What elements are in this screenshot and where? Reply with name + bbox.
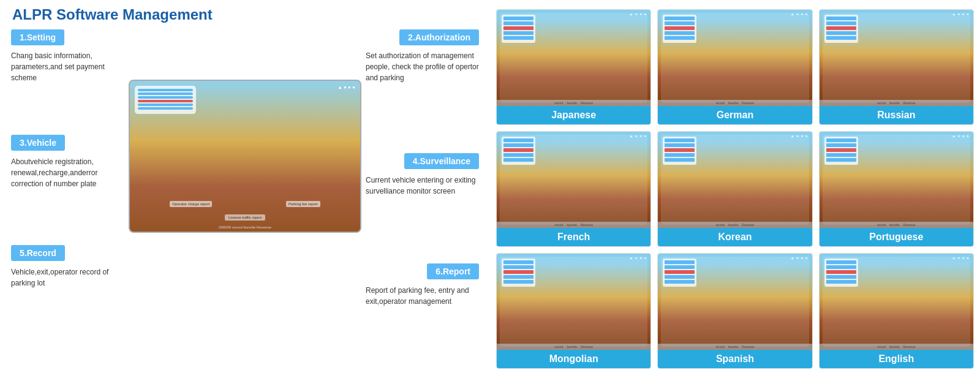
feature-surveillance: 4.Surveillance [404, 153, 479, 172]
lang-menu-4 [665, 153, 695, 157]
lang-screenshot-japanese: ▲ ● ● ● record favorite Revenue [497, 10, 650, 106]
lang-footer-mongolian: record favorite Revenue [497, 344, 650, 350]
feature-label-authorization: 2.Authorization [399, 29, 479, 45]
screenshot-center-label: License traffic report [225, 214, 265, 221]
lang-footer-japanese: record favorite Revenue [497, 100, 650, 106]
menu-item-4 [138, 100, 193, 102]
lang-menu-4 [826, 275, 856, 279]
menu-item-6 [138, 107, 193, 110]
lang-screenshot-portuguese: ▲ ● ● ● record favorite Revenue [820, 132, 973, 228]
lang-menu-3 [503, 26, 533, 30]
ss-label-1: Operator charge report [170, 201, 212, 207]
lang-menu-1 [665, 260, 695, 264]
lang-footer-korean: record favorite Revenue [658, 222, 812, 228]
lang-sidebar-korean [663, 137, 696, 165]
lang-menu-1 [826, 260, 856, 264]
feature-record: 5.Record [11, 245, 65, 263]
feature-label-setting: 1.Setting [11, 29, 64, 45]
lang-card-mongolian: ▲ ● ● ● record favorite Revenue Mongolia… [496, 253, 651, 369]
lang-label-portuguese: Portuguese [820, 228, 973, 246]
lang-menu-4 [665, 275, 695, 279]
main-title: ALPR Software Management [12, 6, 478, 23]
screenshot-sidebar [135, 86, 196, 114]
lang-menu-4 [503, 275, 533, 279]
lang-sidebar-portuguese [824, 137, 858, 165]
lang-menu-2 [503, 143, 533, 147]
lang-menu-4 [826, 153, 856, 157]
feature-desc-setting: Chang basic information, parameters,and … [11, 50, 124, 88]
lang-menu-1 [826, 138, 856, 142]
lang-menu-2 [503, 21, 533, 25]
lang-label-mongolian: Mongolian [497, 350, 650, 368]
lang-label-korean: Korean [658, 228, 812, 246]
lang-footer-portuguese: record favorite Revenue [820, 222, 973, 228]
lang-label-german: German [658, 106, 812, 124]
lang-screenshot-english: ▲ ● ● ● record favorite Revenue [820, 254, 973, 350]
lang-sidebar-mongolian [502, 259, 535, 287]
feature-label-vehicle: 3.Vehicle [11, 135, 65, 151]
lang-screenshot-russian: ▲ ● ● ● record favorite Revenue [820, 10, 973, 106]
lang-menu-3 [503, 270, 533, 274]
screenshot-top-icons: ▲ ● ● ● [337, 85, 355, 90]
lang-menu-5 [826, 280, 856, 284]
lang-menu-5 [503, 158, 533, 162]
lang-card-russian: ▲ ● ● ● record favorite Revenue Russian [819, 9, 974, 125]
feature-desc-record: Vehicle,exit,operator record of parking … [11, 266, 124, 293]
lang-menu-2 [665, 265, 695, 269]
lang-card-french: ▲ ● ● ● record favorite Revenue French [496, 131, 651, 247]
feature-desc-vehicle: Aboutvehicle registration, renewal,recha… [11, 156, 124, 194]
feature-report: 6.Report [427, 263, 479, 282]
lang-menu-2 [665, 21, 695, 25]
lang-footer-spanish: record favorite Revenue [658, 344, 812, 350]
screenshot-mock: ▲ ● ● ● Operator charge report Parking f… [129, 80, 361, 233]
lang-card-english: ▲ ● ● ● record favorite Revenue English [819, 253, 974, 369]
lang-footer-english: record favorite Revenue [820, 344, 973, 350]
center-screenshot: ▲ ● ● ● Operator charge report Parking f… [129, 80, 361, 233]
lang-card-portuguese: ▲ ● ● ● record favorite Revenue Portugue… [819, 131, 974, 247]
lang-menu-1 [665, 138, 695, 142]
lang-footer-russian: record favorite Revenue [820, 100, 973, 106]
lang-card-japanese: ▲ ● ● ● record favorite Revenue Japanese [496, 9, 651, 125]
lang-menu-4 [826, 31, 856, 35]
lang-menu-1 [665, 17, 695, 20]
feature-label-surveillance: 4.Surveillance [404, 153, 479, 169]
lang-menu-1 [503, 260, 533, 264]
ss-label-2: Parking fee report [286, 201, 320, 207]
lang-menu-1 [826, 17, 856, 20]
menu-item-5 [138, 104, 193, 106]
lang-menu-5 [503, 280, 533, 284]
lang-sidebar-german [663, 15, 696, 43]
lang-screenshot-korean: ▲ ● ● ● record favorite Revenue [658, 132, 812, 228]
lang-sidebar-french [502, 137, 535, 165]
lang-menu-5 [665, 36, 695, 40]
lang-menu-2 [503, 265, 533, 269]
feature-desc-surveillance: Current vehicle entering or exiting surv… [366, 175, 479, 202]
lang-label-japanese: Japanese [497, 106, 650, 124]
feature-vehicle: 3.Vehicle [11, 135, 65, 153]
lang-sidebar-russian [824, 15, 858, 43]
menu-item-2 [138, 93, 193, 95]
screenshot-footer: 000000 record favorite Revenue [130, 225, 360, 229]
lang-menu-2 [826, 143, 856, 147]
lang-menu-3 [665, 270, 695, 274]
lang-menu-4 [503, 153, 533, 157]
lang-menu-5 [665, 158, 695, 162]
lang-label-english: English [820, 350, 973, 368]
lang-screenshot-french: ▲ ● ● ● record favorite Revenue [497, 132, 650, 228]
lang-menu-3 [665, 26, 695, 30]
lang-footer-german: record favorite Revenue [658, 100, 812, 106]
feature-desc-report: Report of parking fee, entry and exit,op… [366, 285, 479, 312]
lang-menu-4 [503, 31, 533, 35]
lang-menu-3 [503, 148, 533, 152]
lang-label-french: French [497, 228, 650, 246]
lang-menu-2 [826, 265, 856, 269]
lang-sidebar-spanish [663, 259, 696, 287]
lang-label-russian: Russian [820, 106, 973, 124]
lang-menu-4 [665, 31, 695, 35]
lang-sidebar-japanese [502, 15, 535, 43]
feature-authorization: 2.Authorization [399, 29, 479, 48]
lang-menu-2 [826, 21, 856, 25]
lang-menu-3 [665, 148, 695, 152]
menu-item-1 [138, 89, 193, 91]
lang-menu-5 [826, 158, 856, 162]
